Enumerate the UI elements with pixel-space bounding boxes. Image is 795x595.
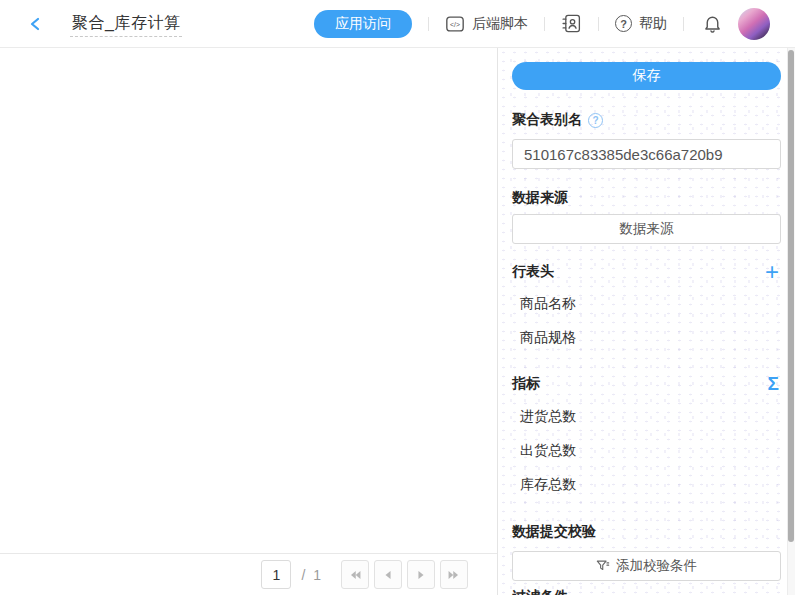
backend-script-button[interactable]: </> 后端脚本 [445,14,528,34]
settings-panel: 保存 聚合表别名 ? 数据来源 数据来源 行表头 + 商品名称 商品规格 指 [497,48,795,595]
row-header-item[interactable]: 商品规格 [512,329,781,345]
row-header-section: 行表头 + [512,262,781,282]
header-divider [428,17,429,31]
next-page-icon [413,567,429,583]
pagination-bar: / 1 [0,553,497,595]
code-icon: </> [445,14,465,34]
alias-label-row: 聚合表别名 ? [512,110,781,130]
validation-label: 数据提交校验 [512,523,596,541]
panel-scrollbar-track [787,48,795,595]
alias-label: 聚合表别名 [512,111,582,129]
canvas-empty-area [0,48,497,553]
add-row-header-icon[interactable]: + [765,262,779,282]
help-icon-mark: ? [620,18,627,30]
add-validation-button[interactable]: 添加校验条件 [512,551,781,581]
back-button[interactable] [28,16,44,32]
user-avatar[interactable] [738,8,770,40]
header-bar: 聚合_库存计算 应用访问 </> 后端脚本 [0,0,795,48]
header-divider [544,17,545,31]
prev-page-icon [380,567,396,583]
row-header-item[interactable]: 商品名称 [512,295,781,311]
contacts-icon [561,13,582,34]
notifications-button[interactable] [702,13,723,34]
data-source-label: 数据来源 [512,189,568,207]
alias-help-icon[interactable]: ? [588,113,603,128]
help-icon: ? [615,15,632,32]
sigma-icon[interactable]: Σ [768,374,779,394]
app-access-button[interactable]: 应用访问 [314,10,412,38]
prev-page-button[interactable] [374,560,402,589]
panel-scrollbar-thumb[interactable] [788,50,794,542]
backend-script-label: 后端脚本 [472,15,528,33]
back-chevron-icon [28,16,44,32]
add-validation-label: 添加校验条件 [616,557,697,575]
last-page-icon [446,567,462,583]
contacts-button[interactable] [561,13,582,34]
alias-help-mark: ? [592,115,598,126]
help-button[interactable]: ? 帮助 [615,15,667,33]
save-button[interactable]: 保存 [512,62,781,90]
metrics-label: 指标 [512,375,540,393]
first-page-icon [347,567,363,583]
last-page-button[interactable] [440,560,468,589]
metric-item[interactable]: 进货总数 [512,408,781,424]
header-actions: 应用访问 </> 后端脚本 [314,8,770,40]
metrics-section: 指标 Σ [512,374,781,394]
data-source-label-row: 数据来源 [512,188,781,208]
data-source-button[interactable]: 数据来源 [512,214,781,244]
page-total-label: / 1 [301,567,323,583]
row-header-label: 行表头 [512,263,554,281]
app-window: 聚合_库存计算 应用访问 </> 后端脚本 [0,0,795,595]
next-page-button[interactable] [407,560,435,589]
metric-item[interactable]: 库存总数 [512,476,781,492]
page-title[interactable]: 聚合_库存计算 [70,14,182,37]
metric-item[interactable]: 出货总数 [512,442,781,458]
form-canvas: / 1 [0,48,497,595]
filter-icon [596,559,610,573]
filter-label-row: 过滤条件 [512,587,781,595]
filter-label: 过滤条件 [512,588,568,595]
main-area: / 1 [0,48,795,595]
first-page-button[interactable] [341,560,369,589]
page-title-wrap: 聚合_库存计算 [70,13,182,34]
header-divider [598,17,599,31]
svg-text:</>: </> [450,20,460,27]
header-divider [683,17,684,31]
validation-label-row: 数据提交校验 [512,522,781,542]
data-source-button-label: 数据来源 [620,220,674,238]
help-label: 帮助 [639,15,667,33]
page-number-input[interactable] [261,560,291,589]
bell-icon [702,13,723,34]
alias-input[interactable] [512,139,781,169]
